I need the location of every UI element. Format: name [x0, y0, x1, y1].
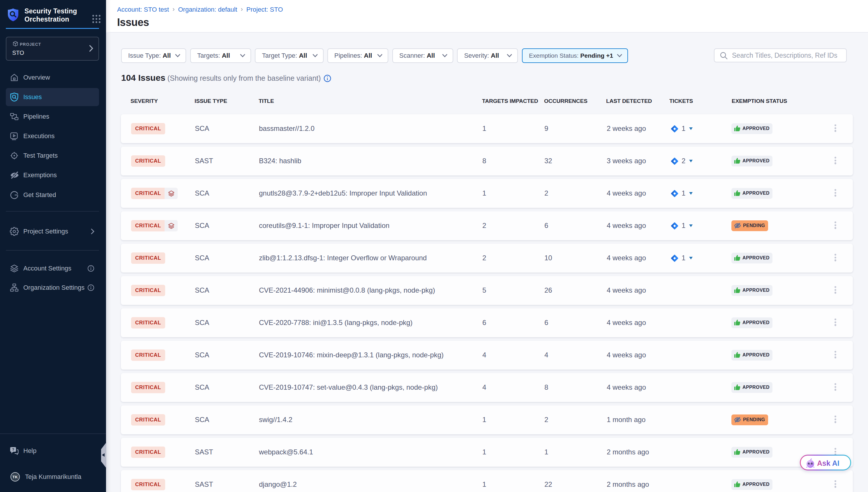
svg-text:?: ? [12, 447, 14, 452]
